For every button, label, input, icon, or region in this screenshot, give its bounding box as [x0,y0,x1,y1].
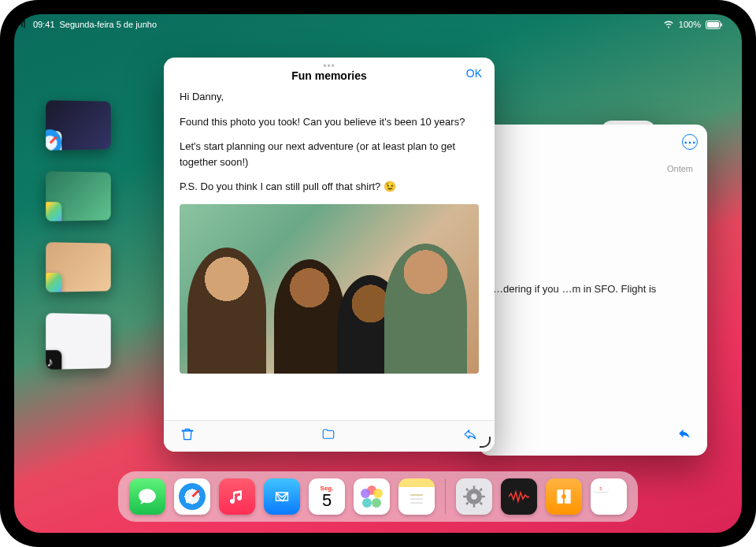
dock-settings-app[interactable] [456,478,492,515]
compose-line: Let's start planning our next adventure … [180,139,479,169]
svg-point-7 [471,493,477,500]
stage-manager-strip: ♪ [46,101,117,369]
dock-mail-app[interactable] [264,478,300,515]
dock-notes-app[interactable] [398,478,435,515]
reply-button[interactable] [461,427,479,445]
dock-books-app[interactable] [546,478,582,515]
photos-icon [46,202,61,221]
library-mini-calendar-icon: 5 [594,486,608,492]
attached-photo[interactable] [180,204,479,374]
calendar-day: 5 [322,492,332,509]
dock-music-app[interactable] [219,478,255,515]
photos-flower-icon [361,486,383,508]
mail-date: Ontem [667,164,693,173]
ipad-screen: 09:41 Segunda-feira 5 de junho 100% [14,14,742,533]
compose-header: ••• Fun memories OK [164,58,495,89]
svg-rect-1 [707,22,719,28]
stage-item-photos[interactable] [46,171,111,221]
compose-line: P.S. Do you think I can still pull off t… [180,179,479,195]
mail-compose-window[interactable]: ••• Fun memories OK Hi Danny, Found this… [164,58,495,452]
status-time: 09:41 [33,20,55,29]
wifi-icon [663,20,674,28]
svg-line-13 [480,503,483,505]
dock-photos-app[interactable] [354,478,390,515]
stage-item-music[interactable]: ♪ [46,313,111,370]
battery-icon [706,20,723,29]
window-grabber-icon[interactable]: ••• [323,61,335,72]
dock: Seg. 5 5 [118,471,638,522]
dock-messages-app[interactable] [129,478,165,515]
trash-button[interactable] [180,426,195,446]
ok-button[interactable]: OK [466,67,482,80]
compose-line: Found this photo you took! Can you belie… [180,114,479,130]
dock-app-library[interactable]: 5 [591,478,627,515]
stage-item-photos-edit[interactable] [46,242,111,292]
ipad-frame: 09:41 Segunda-feira 5 de junho 100% [0,0,756,547]
svg-line-14 [466,503,469,505]
resize-handle[interactable] [478,435,492,449]
compose-body[interactable]: Hi Danny, Found this photo you took! Can… [164,89,495,420]
dock-divider [445,479,446,514]
svg-rect-2 [721,23,723,26]
svg-point-16 [561,494,565,498]
battery-percent: 100% [679,20,701,29]
mail-message-window[interactable]: ⋯ Ontem …dering if you …m in SFO. Flight… [479,125,707,456]
mail-body-preview: …dering if you …m in SFO. Flight is [493,282,693,296]
music-icon: ♪ [46,350,61,370]
folder-button[interactable] [320,427,337,445]
reply-button[interactable] [676,426,693,445]
photos-icon [46,273,61,292]
stage-item-safari[interactable] [46,100,111,151]
status-bar: 09:41 Segunda-feira 5 de junho 100% [14,14,742,32]
dock-calendar-app[interactable]: Seg. 5 [309,478,345,515]
window-stack: Editar 34› ?› so…› arty› so…› ⋯ Ontem …d… [164,58,652,460]
svg-line-15 [480,489,483,491]
dock-voice-memos-app[interactable] [501,478,537,515]
svg-line-12 [466,489,469,491]
dock-safari-app[interactable] [174,478,210,515]
safari-icon [46,131,61,151]
more-options-button[interactable]: ⋯ [682,134,698,150]
compose-toolbar [164,420,495,452]
compose-greeting: Hi Danny, [180,89,479,105]
status-date: Segunda-feira 5 de junho [60,20,158,29]
